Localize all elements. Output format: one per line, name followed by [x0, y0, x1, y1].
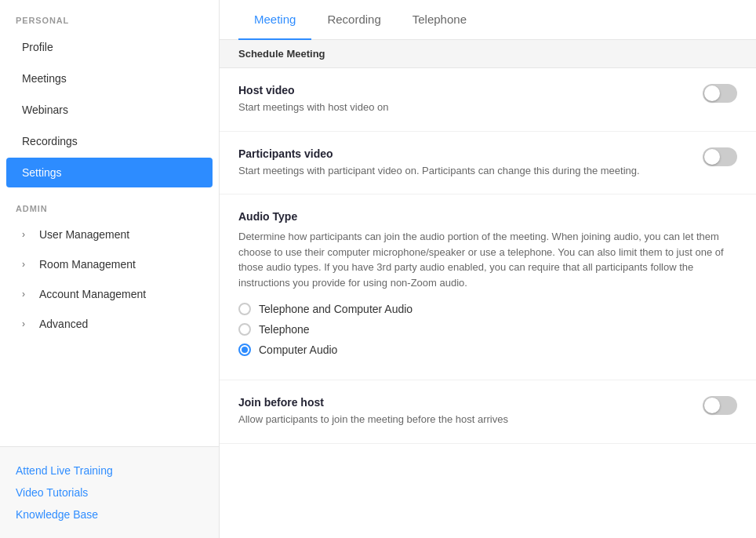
chevron-right-icon: ›: [22, 318, 33, 329]
radio-label-computer-audio: Computer Audio: [259, 344, 337, 356]
radio-computer-audio[interactable]: Computer Audio: [238, 344, 737, 356]
radio-telephone[interactable]: Telephone: [238, 323, 737, 336]
chevron-right-icon: ›: [22, 229, 33, 240]
sidebar-item-account-management[interactable]: › Account Management: [6, 280, 213, 308]
participants-video-toggle[interactable]: [703, 147, 737, 166]
radio-telephone-computer[interactable]: Telephone and Computer Audio: [238, 303, 737, 315]
radio-btn-telephone[interactable]: [238, 323, 251, 336]
chevron-right-icon: ›: [22, 259, 33, 270]
radio-label-telephone: Telephone: [259, 323, 310, 336]
attend-live-training-link[interactable]: Attend Live Training: [16, 460, 203, 482]
audio-type-title: Audio Type: [238, 210, 737, 223]
join-before-host-title: Join before host: [238, 396, 687, 409]
tab-recording[interactable]: Recording: [311, 0, 396, 40]
tab-telephone[interactable]: Telephone: [397, 0, 482, 40]
join-before-host-toggle[interactable]: [703, 396, 737, 415]
sidebar: PERSONAL Profile Meetings Webinars Recor…: [0, 0, 220, 538]
video-tutorials-link[interactable]: Video Tutorials: [16, 482, 203, 503]
participants-video-setting: Participants video Start meetings with p…: [220, 132, 756, 195]
sidebar-bottom: Attend Live Training Video Tutorials Kno…: [0, 446, 219, 538]
participants-video-desc: Start meetings with participant video on…: [238, 163, 662, 179]
admin-section-label: ADMIN: [0, 188, 219, 220]
radio-btn-telephone-computer[interactable]: [238, 303, 251, 315]
personal-section-label: PERSONAL: [0, 0, 219, 31]
host-video-desc: Start meetings with host video on: [238, 100, 662, 115]
host-video-setting: Host video Start meetings with host vide…: [220, 68, 756, 132]
radio-label-telephone-computer: Telephone and Computer Audio: [259, 303, 413, 315]
knowledge-base-link[interactable]: Knowledge Base: [16, 503, 203, 525]
sidebar-item-profile[interactable]: Profile: [6, 32, 213, 62]
tab-meeting[interactable]: Meeting: [238, 0, 311, 40]
settings-content: Schedule Meeting Host video Start meetin…: [220, 40, 756, 538]
sidebar-item-advanced[interactable]: › Advanced: [6, 310, 213, 338]
join-before-host-setting: Join before host Allow participants to j…: [220, 380, 756, 444]
chevron-right-icon: ›: [22, 289, 33, 300]
tab-bar: Meeting Recording Telephone: [220, 0, 756, 40]
join-before-host-desc: Allow participants to join the meeting b…: [238, 412, 662, 427]
host-video-title: Host video: [238, 84, 687, 96]
sidebar-item-webinars[interactable]: Webinars: [6, 95, 213, 125]
host-video-toggle[interactable]: [703, 84, 737, 103]
radio-btn-computer-audio[interactable]: [238, 344, 251, 356]
audio-type-desc: Determine how participants can join the …: [238, 229, 737, 290]
section-header: Schedule Meeting: [220, 40, 756, 68]
sidebar-item-room-management[interactable]: › Room Management: [6, 250, 213, 278]
participants-video-title: Participants video: [238, 147, 687, 160]
sidebar-item-recordings[interactable]: Recordings: [6, 126, 213, 156]
sidebar-item-meetings[interactable]: Meetings: [6, 64, 213, 93]
sidebar-item-settings[interactable]: Settings: [6, 158, 213, 187]
sidebar-item-user-management[interactable]: › User Management: [6, 220, 213, 249]
main-content: Meeting Recording Telephone Schedule Mee…: [220, 0, 756, 538]
audio-type-setting: Audio Type Determine how participants ca…: [220, 194, 756, 380]
